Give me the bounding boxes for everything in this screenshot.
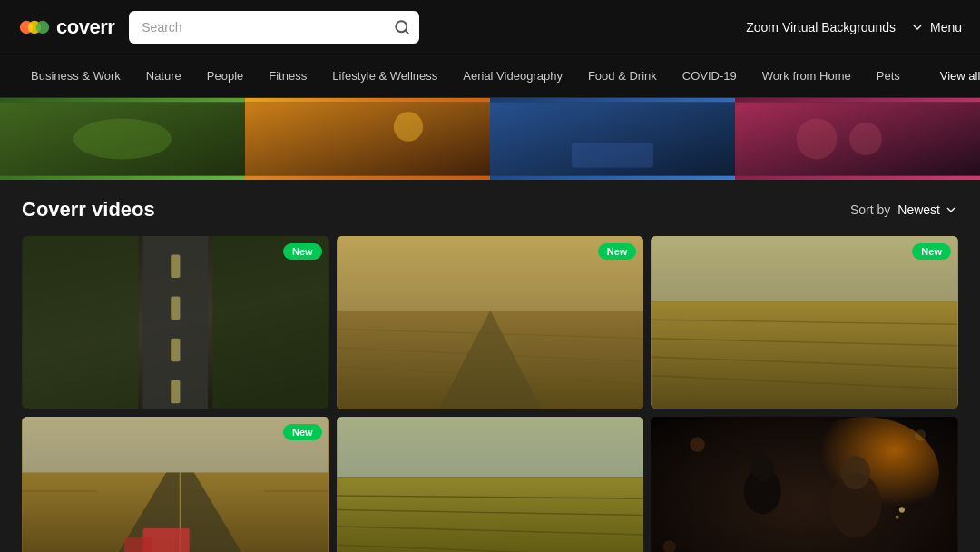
video-card-3[interactable]: New (651, 236, 958, 409)
hero-tile-3[interactable] (490, 98, 735, 180)
hero-thumb-2-svg (245, 98, 490, 180)
sort-dropdown-button[interactable]: Newest (897, 202, 958, 217)
svg-point-70 (916, 429, 926, 440)
video-thumb-svg-6 (651, 417, 958, 553)
nav-view-all-link[interactable]: View all (927, 54, 980, 97)
svg-rect-9 (245, 103, 490, 176)
section-header: Coverr videos Sort by Newest (22, 198, 958, 222)
search-input[interactable] (129, 11, 419, 44)
sort-label: Sort by (850, 202, 890, 217)
chevron-down-icon (910, 20, 925, 34)
chevron-down-icon (944, 202, 958, 217)
svg-rect-53 (337, 417, 643, 478)
svg-rect-36 (652, 236, 958, 301)
search-button[interactable] (394, 19, 410, 35)
hero-tile-2[interactable] (245, 98, 490, 180)
sidebar-item-wfh[interactable]: Work from Home (750, 54, 864, 97)
svg-rect-25 (22, 236, 138, 409)
video-thumb-svg-2 (337, 236, 644, 409)
new-badge-4: New (283, 424, 322, 440)
svg-rect-22 (171, 297, 180, 320)
video-card-4[interactable]: New (22, 417, 329, 553)
svg-point-69 (691, 437, 705, 451)
new-badge-3: New (912, 243, 951, 260)
svg-rect-48 (124, 537, 152, 552)
sidebar-item-pets[interactable]: Pets (864, 54, 913, 97)
section-title: Coverr videos (22, 198, 155, 222)
svg-point-7 (74, 119, 172, 160)
svg-rect-13 (572, 143, 653, 168)
sidebar-item-nature[interactable]: Nature (133, 54, 194, 97)
new-badge-2: New (598, 243, 637, 260)
svg-point-67 (899, 507, 905, 512)
video-grid: New (22, 236, 958, 552)
svg-rect-21 (171, 254, 180, 278)
video-thumb-svg-1 (22, 236, 329, 409)
video-card-5[interactable] (337, 417, 644, 553)
sidebar-item-people[interactable]: People (194, 54, 256, 97)
sort-value: Newest (897, 202, 940, 217)
sidebar-item-covid[interactable]: COVID-19 (670, 54, 750, 97)
video-card-1[interactable]: New (22, 236, 329, 409)
sidebar-item-business-work[interactable]: Business & Work (18, 54, 133, 97)
video-thumb-svg-4 (22, 417, 329, 553)
hero-thumb-4-svg (735, 98, 980, 180)
header: coverr Zoom Virtual Backgrounds Menu (0, 0, 980, 54)
svg-rect-26 (212, 236, 328, 409)
search-bar (129, 11, 419, 44)
video-card-6[interactable] (651, 417, 958, 553)
menu-button[interactable]: Menu (910, 20, 962, 34)
sidebar-item-aerial[interactable]: Aerial Videography (450, 54, 575, 97)
hero-thumb-3-svg (490, 98, 735, 180)
svg-point-17 (849, 123, 882, 155)
hero-tile-1[interactable] (0, 98, 245, 180)
nav: Business & Work Nature People Fitness Li… (0, 54, 980, 98)
hero-tile-4[interactable] (735, 98, 980, 180)
hero-thumb-1-svg (0, 98, 245, 180)
video-thumb-svg-3 (651, 236, 958, 409)
svg-point-66 (841, 456, 871, 489)
sort-control: Sort by Newest (850, 202, 958, 217)
video-thumb-svg-5 (337, 417, 644, 553)
video-card-2[interactable]: New (337, 236, 644, 409)
sidebar-item-food[interactable]: Food & Drink (575, 54, 670, 97)
svg-point-10 (394, 112, 423, 141)
svg-rect-44 (22, 417, 328, 472)
search-icon (394, 19, 410, 35)
zoom-virtual-backgrounds-link[interactable]: Zoom Virtual Backgrounds (746, 20, 896, 34)
svg-rect-29 (337, 236, 643, 310)
sidebar-item-lifestyle[interactable]: Lifestyle & Wellness (319, 54, 450, 97)
svg-line-4 (406, 30, 408, 33)
svg-rect-24 (171, 380, 180, 404)
logo[interactable]: coverr (18, 11, 114, 44)
svg-point-2 (36, 20, 49, 33)
svg-rect-23 (171, 339, 180, 362)
sidebar-item-fitness[interactable]: Fitness (256, 54, 319, 97)
main-content: Coverr videos Sort by Newest (0, 180, 980, 552)
new-badge-1: New (283, 243, 322, 260)
header-right: Zoom Virtual Backgrounds Menu (746, 20, 962, 34)
hero-strip (0, 98, 980, 180)
svg-point-64 (751, 454, 774, 480)
svg-point-68 (896, 515, 899, 518)
svg-point-16 (797, 119, 838, 160)
logo-text: coverr (56, 15, 114, 39)
